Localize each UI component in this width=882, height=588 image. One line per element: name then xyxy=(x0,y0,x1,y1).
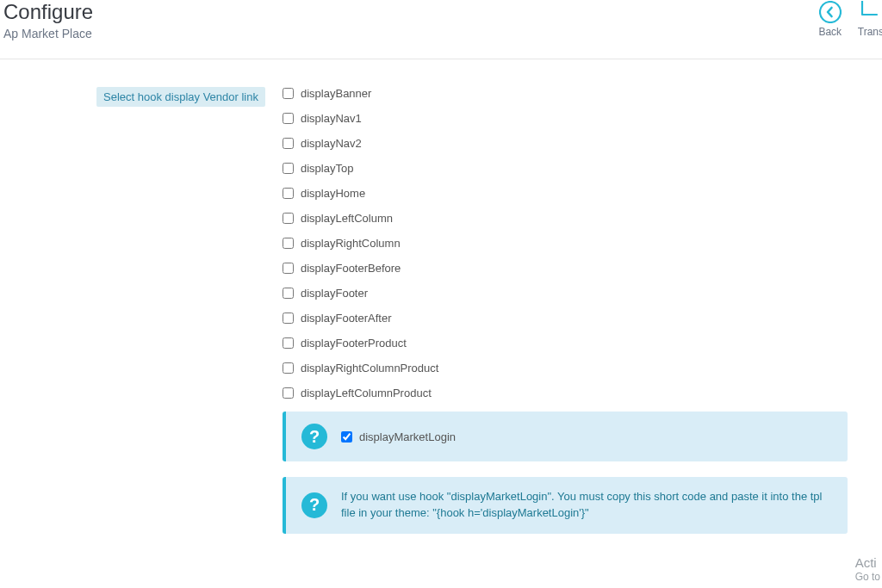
page-subtitle: Ap Market Place xyxy=(3,27,93,40)
option-checkbox[interactable] xyxy=(283,362,294,374)
header-actions: Back Trans xyxy=(818,0,882,38)
option-row: displayNav2 xyxy=(283,137,882,150)
page-title: Configure xyxy=(3,0,93,25)
option-label: displayBanner xyxy=(301,87,371,100)
option-row: displayFooterProduct xyxy=(283,337,882,350)
highlight-option-panel: ? displayMarketLogin xyxy=(283,412,848,461)
option-row: displayFooter xyxy=(283,287,882,300)
option-row: displayNav1 xyxy=(283,112,882,125)
watermark-line1: Acti xyxy=(855,555,880,571)
option-row: displayRightColumnProduct xyxy=(283,362,882,374)
option-checkbox[interactable] xyxy=(283,263,294,274)
option-label: displayFooter xyxy=(301,287,368,300)
translate-label: Trans xyxy=(858,26,882,38)
option-label: displayRightColumnProduct xyxy=(301,362,438,374)
field-label: Select hook display Vendor link xyxy=(96,87,265,107)
option-checkbox[interactable] xyxy=(283,88,294,99)
option-checkbox[interactable] xyxy=(283,288,294,299)
option-checkbox[interactable] xyxy=(283,313,294,324)
option-checkbox[interactable] xyxy=(283,188,294,199)
hint-panel: ? If you want use hook "displayMarketLog… xyxy=(283,477,848,534)
translate-icon xyxy=(859,0,882,24)
option-checkbox[interactable] xyxy=(283,163,294,174)
back-label: Back xyxy=(818,26,842,38)
option-row: displayLeftColumn xyxy=(283,212,882,225)
options-list: displayBannerdisplayNav1displayNav2displ… xyxy=(283,87,882,399)
option-checkbox[interactable] xyxy=(283,138,294,149)
option-label: displayLeftColumn xyxy=(301,212,393,225)
hint-text: If you want use hook "displayMarketLogin… xyxy=(341,489,832,522)
highlight-option-checkbox[interactable] xyxy=(341,431,352,443)
options-column: displayBannerdisplayNav1displayNav2displ… xyxy=(270,87,882,549)
option-row: displayFooterBefore xyxy=(283,262,882,275)
form-content: Select hook display Vendor link displayB… xyxy=(0,59,882,549)
watermark-line2: Go to xyxy=(855,571,880,583)
option-row: displayTop xyxy=(283,162,882,175)
option-label: displayFooterBefore xyxy=(301,262,401,275)
back-button[interactable]: Back xyxy=(818,0,842,38)
option-checkbox[interactable] xyxy=(283,337,294,349)
option-label: displayHome xyxy=(301,187,365,200)
option-row: displayBanner xyxy=(283,87,882,100)
option-row: displayLeftColumnProduct xyxy=(283,387,882,399)
highlight-option-label: displayMarketLogin xyxy=(359,430,456,443)
option-row: displayRightColumn xyxy=(283,237,882,250)
question-icon: ? xyxy=(301,424,327,449)
question-icon: ? xyxy=(301,492,327,518)
option-checkbox[interactable] xyxy=(283,113,294,124)
watermark: Acti Go to xyxy=(855,555,880,583)
label-column: Select hook display Vendor link xyxy=(0,87,270,549)
header-title-block: Configure Ap Market Place xyxy=(3,0,93,40)
translate-button[interactable]: Trans xyxy=(858,0,882,38)
option-label: displayNav2 xyxy=(301,137,362,150)
option-label: displayRightColumn xyxy=(301,237,401,250)
option-label: displayTop xyxy=(301,162,353,175)
option-label: displayFooterProduct xyxy=(301,337,407,350)
page-header: Configure Ap Market Place Back Trans xyxy=(0,0,882,53)
option-label: displayFooterAfter xyxy=(301,312,392,325)
svg-point-0 xyxy=(820,2,841,22)
option-checkbox[interactable] xyxy=(283,238,294,249)
option-label: displayLeftColumnProduct xyxy=(301,387,432,399)
back-icon xyxy=(818,0,842,24)
option-row: displayFooterAfter xyxy=(283,312,882,325)
option-row: displayHome xyxy=(283,187,882,200)
option-checkbox[interactable] xyxy=(283,213,294,224)
option-checkbox[interactable] xyxy=(283,387,294,399)
option-label: displayNav1 xyxy=(301,112,362,125)
